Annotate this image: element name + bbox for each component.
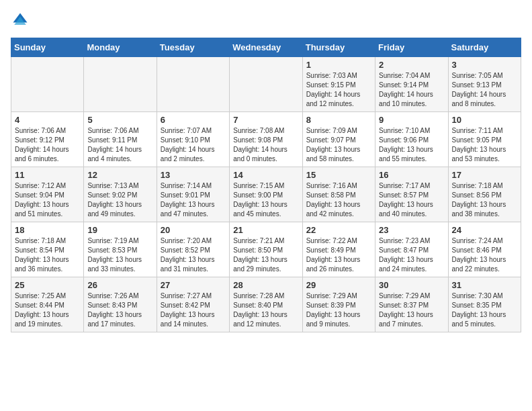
calendar-cell: 17Sunrise: 7:18 AM Sunset: 8:56 PM Dayli… xyxy=(448,167,521,222)
day-number: 3 xyxy=(452,60,517,70)
day-number: 22 xyxy=(306,225,371,235)
day-number: 20 xyxy=(161,225,226,235)
calendar-cell: 21Sunrise: 7:21 AM Sunset: 8:50 PM Dayli… xyxy=(230,222,302,277)
day-info: Sunrise: 7:06 AM Sunset: 9:11 PM Dayligh… xyxy=(87,126,152,164)
day-info: Sunrise: 7:18 AM Sunset: 8:56 PM Dayligh… xyxy=(452,181,517,219)
calendar-cell: 20Sunrise: 7:20 AM Sunset: 8:52 PM Dayli… xyxy=(157,222,229,277)
calendar-cell: 24Sunrise: 7:24 AM Sunset: 8:46 PM Dayli… xyxy=(448,222,521,277)
day-number: 1 xyxy=(306,60,371,70)
day-number: 14 xyxy=(233,170,298,180)
day-info: Sunrise: 7:20 AM Sunset: 8:52 PM Dayligh… xyxy=(161,236,226,274)
day-info: Sunrise: 7:28 AM Sunset: 8:40 PM Dayligh… xyxy=(233,291,298,329)
calendar-cell: 31Sunrise: 7:30 AM Sunset: 8:35 PM Dayli… xyxy=(448,277,521,332)
day-info: Sunrise: 7:15 AM Sunset: 9:00 PM Dayligh… xyxy=(233,181,298,219)
day-info: Sunrise: 7:22 AM Sunset: 8:49 PM Dayligh… xyxy=(306,236,371,274)
logo-icon xyxy=(11,11,30,30)
calendar-cell: 2Sunrise: 7:04 AM Sunset: 9:14 PM Daylig… xyxy=(375,57,448,112)
day-info: Sunrise: 7:05 AM Sunset: 9:13 PM Dayligh… xyxy=(452,71,517,109)
day-number: 31 xyxy=(452,280,517,290)
day-header-sunday: Sunday xyxy=(11,38,84,57)
calendar-cell: 16Sunrise: 7:17 AM Sunset: 8:57 PM Dayli… xyxy=(375,167,448,222)
calendar-cell xyxy=(230,57,302,112)
calendar-cell: 1Sunrise: 7:03 AM Sunset: 9:15 PM Daylig… xyxy=(302,57,375,112)
calendar-cell xyxy=(11,57,84,112)
day-number: 4 xyxy=(15,115,80,125)
day-info: Sunrise: 7:16 AM Sunset: 8:58 PM Dayligh… xyxy=(306,181,371,219)
calendar-cell: 23Sunrise: 7:23 AM Sunset: 8:47 PM Dayli… xyxy=(375,222,448,277)
week-row-1: 1Sunrise: 7:03 AM Sunset: 9:15 PM Daylig… xyxy=(11,57,521,112)
day-info: Sunrise: 7:14 AM Sunset: 9:01 PM Dayligh… xyxy=(161,181,226,219)
day-info: Sunrise: 7:26 AM Sunset: 8:43 PM Dayligh… xyxy=(87,291,152,329)
day-info: Sunrise: 7:30 AM Sunset: 8:35 PM Dayligh… xyxy=(452,291,517,329)
calendar-cell: 22Sunrise: 7:22 AM Sunset: 8:49 PM Dayli… xyxy=(302,222,375,277)
day-number: 28 xyxy=(233,280,298,290)
calendar-cell: 25Sunrise: 7:25 AM Sunset: 8:44 PM Dayli… xyxy=(11,277,84,332)
calendar-cell xyxy=(84,57,157,112)
calendar-cell: 4Sunrise: 7:06 AM Sunset: 9:12 PM Daylig… xyxy=(11,112,84,167)
day-number: 13 xyxy=(161,170,226,180)
calendar-cell: 3Sunrise: 7:05 AM Sunset: 9:13 PM Daylig… xyxy=(448,57,521,112)
day-info: Sunrise: 7:27 AM Sunset: 8:42 PM Dayligh… xyxy=(161,291,226,329)
calendar-cell: 6Sunrise: 7:07 AM Sunset: 9:10 PM Daylig… xyxy=(157,112,229,167)
day-header-saturday: Saturday xyxy=(448,38,521,57)
day-info: Sunrise: 7:29 AM Sunset: 8:39 PM Dayligh… xyxy=(306,291,371,329)
calendar-cell: 13Sunrise: 7:14 AM Sunset: 9:01 PM Dayli… xyxy=(157,167,229,222)
calendar-cell: 12Sunrise: 7:13 AM Sunset: 9:02 PM Dayli… xyxy=(84,167,157,222)
calendar-cell: 9Sunrise: 7:10 AM Sunset: 9:06 PM Daylig… xyxy=(375,112,448,167)
page-header xyxy=(11,11,521,30)
day-number: 30 xyxy=(379,280,444,290)
day-number: 27 xyxy=(161,280,226,290)
day-number: 17 xyxy=(452,170,517,180)
day-number: 6 xyxy=(161,115,226,125)
day-number: 29 xyxy=(306,280,371,290)
day-info: Sunrise: 7:29 AM Sunset: 8:37 PM Dayligh… xyxy=(379,291,444,329)
day-header-tuesday: Tuesday xyxy=(157,38,229,57)
day-info: Sunrise: 7:23 AM Sunset: 8:47 PM Dayligh… xyxy=(379,236,444,274)
day-info: Sunrise: 7:04 AM Sunset: 9:14 PM Dayligh… xyxy=(379,71,444,109)
logo xyxy=(11,11,32,30)
day-number: 26 xyxy=(87,280,152,290)
calendar-cell: 29Sunrise: 7:29 AM Sunset: 8:39 PM Dayli… xyxy=(302,277,375,332)
calendar-cell: 8Sunrise: 7:09 AM Sunset: 9:07 PM Daylig… xyxy=(302,112,375,167)
day-number: 23 xyxy=(379,225,444,235)
calendar-cell: 15Sunrise: 7:16 AM Sunset: 8:58 PM Dayli… xyxy=(302,167,375,222)
calendar-cell: 14Sunrise: 7:15 AM Sunset: 9:00 PM Dayli… xyxy=(230,167,302,222)
day-number: 15 xyxy=(306,170,371,180)
calendar-cell: 27Sunrise: 7:27 AM Sunset: 8:42 PM Dayli… xyxy=(157,277,229,332)
day-header-thursday: Thursday xyxy=(302,38,375,57)
day-info: Sunrise: 7:10 AM Sunset: 9:06 PM Dayligh… xyxy=(379,126,444,164)
day-number: 19 xyxy=(87,225,152,235)
day-number: 12 xyxy=(87,170,152,180)
day-number: 5 xyxy=(87,115,152,125)
calendar-header-row: SundayMondayTuesdayWednesdayThursdayFrid… xyxy=(11,38,521,57)
day-info: Sunrise: 7:18 AM Sunset: 8:54 PM Dayligh… xyxy=(15,236,80,274)
day-header-monday: Monday xyxy=(84,38,157,57)
day-info: Sunrise: 7:08 AM Sunset: 9:08 PM Dayligh… xyxy=(233,126,298,164)
day-info: Sunrise: 7:06 AM Sunset: 9:12 PM Dayligh… xyxy=(15,126,80,164)
day-number: 2 xyxy=(379,60,444,70)
day-info: Sunrise: 7:03 AM Sunset: 9:15 PM Dayligh… xyxy=(306,71,371,109)
calendar-cell: 30Sunrise: 7:29 AM Sunset: 8:37 PM Dayli… xyxy=(375,277,448,332)
day-info: Sunrise: 7:09 AM Sunset: 9:07 PM Dayligh… xyxy=(306,126,371,164)
day-info: Sunrise: 7:25 AM Sunset: 8:44 PM Dayligh… xyxy=(15,291,80,329)
calendar-cell: 7Sunrise: 7:08 AM Sunset: 9:08 PM Daylig… xyxy=(230,112,302,167)
calendar-cell: 10Sunrise: 7:11 AM Sunset: 9:05 PM Dayli… xyxy=(448,112,521,167)
calendar-table: SundayMondayTuesdayWednesdayThursdayFrid… xyxy=(11,38,521,332)
week-row-3: 11Sunrise: 7:12 AM Sunset: 9:04 PM Dayli… xyxy=(11,167,521,222)
calendar-cell: 19Sunrise: 7:19 AM Sunset: 8:53 PM Dayli… xyxy=(84,222,157,277)
calendar-cell: 26Sunrise: 7:26 AM Sunset: 8:43 PM Dayli… xyxy=(84,277,157,332)
day-number: 10 xyxy=(452,115,517,125)
week-row-4: 18Sunrise: 7:18 AM Sunset: 8:54 PM Dayli… xyxy=(11,222,521,277)
calendar-cell: 5Sunrise: 7:06 AM Sunset: 9:11 PM Daylig… xyxy=(84,112,157,167)
day-number: 25 xyxy=(15,280,80,290)
day-number: 16 xyxy=(379,170,444,180)
day-info: Sunrise: 7:12 AM Sunset: 9:04 PM Dayligh… xyxy=(15,181,80,219)
day-info: Sunrise: 7:19 AM Sunset: 8:53 PM Dayligh… xyxy=(87,236,152,274)
day-number: 8 xyxy=(306,115,371,125)
day-number: 21 xyxy=(233,225,298,235)
day-number: 18 xyxy=(15,225,80,235)
day-number: 7 xyxy=(233,115,298,125)
day-number: 24 xyxy=(452,225,517,235)
calendar-cell: 11Sunrise: 7:12 AM Sunset: 9:04 PM Dayli… xyxy=(11,167,84,222)
week-row-5: 25Sunrise: 7:25 AM Sunset: 8:44 PM Dayli… xyxy=(11,277,521,332)
